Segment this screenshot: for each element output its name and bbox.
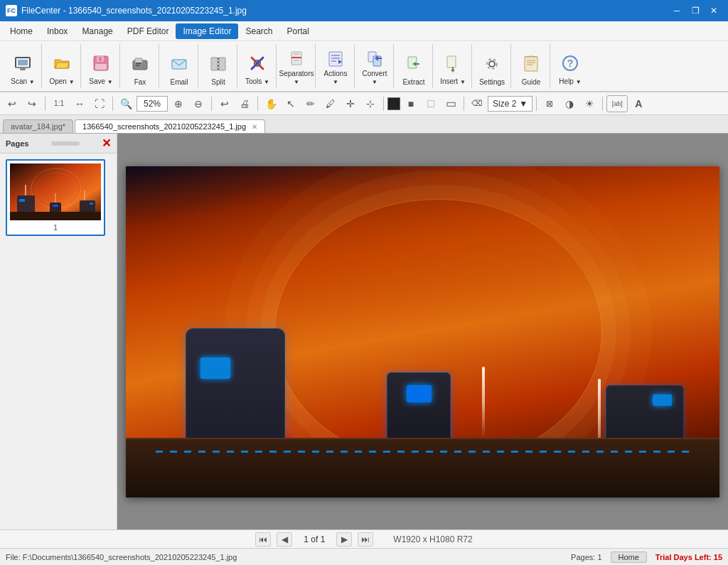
menu-home[interactable]: Home (3, 23, 40, 39)
print-button[interactable]: 🖨 (235, 95, 254, 112)
separators-label: Separators ▼ (279, 70, 314, 86)
menu-image-editor[interactable]: Image Editor (176, 23, 238, 39)
email-label: Email (170, 78, 188, 86)
menu-portal[interactable]: Portal (280, 23, 316, 39)
crosshair-button[interactable]: ✛ (341, 95, 360, 112)
email-button[interactable]: Email (164, 47, 195, 88)
menu-pdf-editor[interactable]: PDF Editor (120, 23, 176, 39)
scan-icon (13, 50, 33, 76)
sidebar-close-button[interactable]: ✕ (102, 136, 111, 150)
maximize-button[interactable]: ❐ (687, 4, 704, 18)
pages-label: Pages (6, 139, 28, 148)
fax-button[interactable]: Fax (124, 47, 156, 88)
insert-button[interactable]: Insert ▼ (437, 47, 469, 88)
fax-group: Fax (122, 44, 159, 88)
help-icon: ? (561, 50, 579, 76)
svg-rect-10 (136, 63, 141, 64)
size-selector[interactable]: Size 2 ▼ (488, 96, 532, 112)
guide-button[interactable]: Guide (515, 47, 547, 88)
close-button[interactable]: ✕ (705, 4, 722, 18)
split-button[interactable]: Split (203, 47, 234, 88)
next-page-button[interactable]: ▶ (336, 532, 352, 547)
settings-label: Settings (479, 78, 505, 86)
platform (126, 438, 719, 497)
prev-page-button[interactable]: ◀ (277, 532, 292, 547)
tb2-sep3 (211, 97, 212, 111)
last-page-button[interactable]: ⏭ (358, 532, 373, 547)
tb2-sep1 (45, 97, 46, 111)
menu-inbox[interactable]: Inbox (40, 23, 75, 39)
fax-label: Fax (134, 78, 146, 86)
save-button[interactable]: Save ▼ (85, 47, 117, 88)
select-button[interactable]: ↖ (282, 95, 300, 112)
open-label: Open ▼ (49, 77, 74, 86)
main-area: Pages ✕ (0, 134, 728, 529)
tools-label: Tools ▼ (245, 77, 269, 86)
extract-button[interactable]: Extract (398, 47, 429, 88)
help-button[interactable]: ? Help ▼ (555, 47, 586, 88)
bw-button[interactable]: ◑ (560, 95, 579, 112)
scan-button[interactable]: Scan ▼ (7, 47, 38, 88)
texture-button[interactable]: ⊠ (540, 95, 559, 112)
eraser-button[interactable]: ⌫ (468, 95, 486, 112)
menu-manage[interactable]: Manage (75, 23, 119, 39)
separators-button[interactable]: Separators ▼ (281, 47, 312, 88)
page-thumbnail-1[interactable]: 1 (6, 159, 105, 236)
extract-icon (405, 50, 423, 77)
titlebar-controls: ─ ❐ ✕ (668, 4, 722, 18)
tools-button[interactable]: Tools ▼ (242, 47, 273, 88)
titlebar: FC FileCenter - 1366540_screenshots_2021… (0, 0, 728, 21)
tools-icon (248, 50, 267, 76)
textbox-button[interactable]: [ab] (606, 95, 628, 112)
guide-label: Guide (522, 78, 541, 86)
undo-button[interactable]: ↩ (3, 95, 21, 112)
rect-fill-button[interactable]: ■ (402, 95, 420, 112)
zoom-out-btn2[interactable]: ⊖ (189, 95, 208, 112)
zoom-out-button[interactable]: 🔍 (117, 95, 135, 112)
toolbar: Scan ▼ Open ▼ Save ▼ (0, 41, 728, 92)
app-icon: FC (6, 5, 17, 16)
zoom-value[interactable]: 52% (136, 96, 168, 112)
tab-screenshot-close[interactable]: ✕ (252, 123, 257, 131)
fit-width-button[interactable]: ↔ (70, 95, 89, 112)
rect-outline-button[interactable]: □ (422, 95, 440, 112)
pen-button[interactable]: ✏ (301, 95, 320, 112)
crop-button[interactable]: ⊹ (361, 95, 380, 112)
minimize-button[interactable]: ─ (668, 4, 685, 18)
ellipse-button[interactable]: ▭ (441, 95, 460, 112)
convert-label: Convert ▼ (361, 70, 388, 86)
fit-page-button[interactable]: ⛶ (90, 95, 109, 112)
tb2-sep6 (464, 97, 464, 111)
separators-icon (287, 50, 306, 68)
titlebar-left: FC FileCenter - 1366540_screenshots_2021… (6, 5, 247, 16)
marker-button[interactable]: 🖊 (321, 95, 340, 112)
tab-screenshot[interactable]: 1366540_screenshots_20210205223245_1.jpg… (75, 119, 265, 133)
undo2-button[interactable]: ↩ (215, 95, 234, 112)
open-button[interactable]: Open ▼ (46, 47, 77, 88)
tab-avatar[interactable]: avatar_184.jpg* (3, 119, 73, 133)
tb2-sep5 (383, 97, 384, 111)
redo-button[interactable]: ↪ (23, 95, 41, 112)
zoom-1to1-button[interactable]: 1:1 (49, 95, 69, 112)
pan-button[interactable]: ✋ (262, 95, 280, 112)
size-value: Size 2 (493, 99, 516, 109)
brightness-button[interactable]: ☀ (580, 95, 599, 112)
svg-rect-52 (90, 203, 93, 205)
text-char-button[interactable]: A (629, 95, 648, 112)
sidebar-size-slider[interactable] (51, 141, 80, 146)
svg-rect-50 (53, 205, 58, 207)
zoom-in-button[interactable]: ⊕ (169, 95, 188, 112)
open-icon (53, 50, 71, 76)
settings-button[interactable]: Settings (476, 47, 508, 88)
canvas-area[interactable] (117, 134, 728, 529)
home-button[interactable]: Home (611, 551, 647, 563)
tab-avatar-label: avatar_184.jpg* (11, 122, 65, 131)
menu-search[interactable]: Search (238, 23, 279, 39)
first-page-button[interactable]: ⏮ (255, 532, 271, 547)
thumbnail-svg (10, 163, 101, 220)
pages-info: Pages: 1 (571, 553, 601, 561)
thumbnail-canvas (10, 163, 101, 220)
color-box[interactable] (387, 97, 400, 110)
actions-button[interactable]: Actions ▼ (320, 47, 351, 88)
convert-button[interactable]: Convert ▼ (359, 47, 390, 88)
